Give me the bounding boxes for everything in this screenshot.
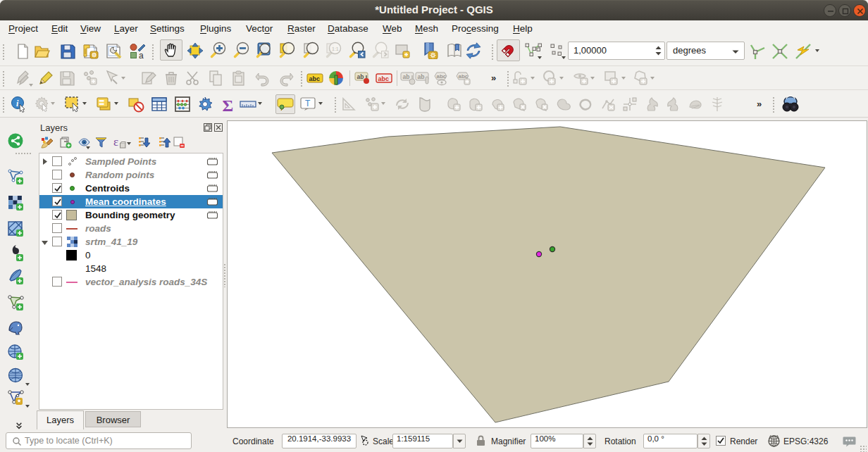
svg-text:ab: ab xyxy=(357,73,364,80)
svg-text:a: a xyxy=(139,51,144,60)
svg-text:Σ: Σ xyxy=(223,97,234,114)
svg-text:ab: ab xyxy=(403,73,410,80)
svg-text:abc: abc xyxy=(378,75,390,82)
svg-text:abc: abc xyxy=(309,75,321,82)
svg-text:ab: ab xyxy=(418,73,425,80)
svg-text:T: T xyxy=(305,99,311,108)
svg-text:1:1: 1:1 xyxy=(332,46,339,51)
svg-text:ε: ε xyxy=(113,136,118,149)
svg-text:abc: abc xyxy=(437,73,447,80)
